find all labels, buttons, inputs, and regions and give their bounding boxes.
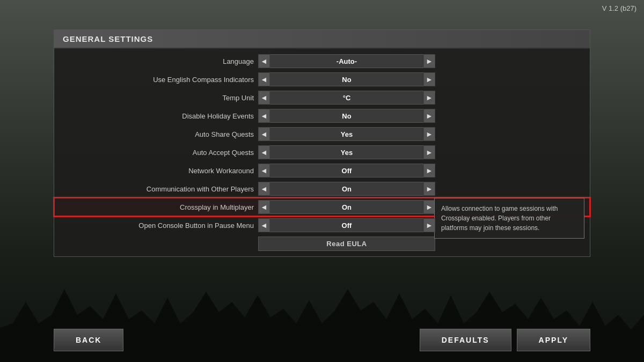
eula-row: Read EULA xyxy=(258,234,435,253)
setting-value-7: On xyxy=(270,182,423,196)
setting-value-3: No xyxy=(270,109,423,123)
setting-row-2: Temp Unit◄°C► xyxy=(54,88,590,107)
version-label: V 1.2 (b27) xyxy=(602,4,636,12)
right-arrow-0[interactable]: ► xyxy=(423,54,435,68)
setting-value-6: Off xyxy=(270,164,423,178)
right-arrow-2[interactable]: ► xyxy=(423,91,435,105)
setting-label-4: Auto Share Quests xyxy=(54,130,258,138)
setting-label-2: Temp Unit xyxy=(54,94,258,102)
setting-label-9: Open Console Button in Pause Menu xyxy=(54,221,258,230)
left-arrow-0[interactable]: ◄ xyxy=(258,54,270,68)
right-arrow-8[interactable]: ► xyxy=(423,200,435,214)
setting-label-7: Communication with Other Players xyxy=(54,185,258,193)
setting-label-3: Disable Holiday Events xyxy=(54,112,258,120)
setting-label-0: Language xyxy=(54,57,258,65)
left-arrow-2[interactable]: ◄ xyxy=(258,91,270,105)
setting-control-0: ◄-Auto-► xyxy=(258,54,435,68)
setting-row-6: Network Workaround◄Off► xyxy=(54,161,590,180)
left-arrow-6[interactable]: ◄ xyxy=(258,164,270,178)
setting-row-8: Crossplay in Multiplayer◄On►Allows conne… xyxy=(54,198,590,216)
setting-control-8: ◄On► xyxy=(258,200,435,214)
setting-label-1: Use English Compass Indicators xyxy=(54,76,258,84)
setting-label-6: Network Workaround xyxy=(54,167,258,175)
left-arrow-5[interactable]: ◄ xyxy=(258,145,270,159)
apply-button[interactable]: APPLY xyxy=(517,329,590,351)
setting-label-5: Auto Accept Quests xyxy=(54,149,258,157)
settings-rows: Language◄-Auto-►Use English Compass Indi… xyxy=(54,49,590,256)
setting-value-5: Yes xyxy=(270,145,423,159)
setting-control-7: ◄On► xyxy=(258,182,435,196)
left-arrow-4[interactable]: ◄ xyxy=(258,127,270,141)
setting-row-4: Auto Share Quests◄Yes► xyxy=(54,125,590,143)
panel-title: GENERAL SETTINGS xyxy=(54,30,590,49)
bottom-bar: BACK DEFAULTS APPLY xyxy=(54,329,590,351)
settings-panel: GENERAL SETTINGS Language◄-Auto-►Use Eng… xyxy=(54,29,590,257)
right-arrow-5[interactable]: ► xyxy=(423,145,435,159)
right-arrow-9[interactable]: ► xyxy=(423,218,435,232)
left-arrow-3[interactable]: ◄ xyxy=(258,109,270,123)
setting-value-9: Off xyxy=(270,218,423,232)
right-arrow-1[interactable]: ► xyxy=(423,72,435,86)
setting-control-4: ◄Yes► xyxy=(258,127,435,141)
setting-control-2: ◄°C► xyxy=(258,91,435,105)
right-arrow-6[interactable]: ► xyxy=(423,164,435,178)
setting-row-3: Disable Holiday Events◄No► xyxy=(54,107,590,125)
setting-control-5: ◄Yes► xyxy=(258,145,435,159)
setting-control-9: ◄Off► xyxy=(258,218,435,232)
right-arrow-4[interactable]: ► xyxy=(423,127,435,141)
read-eula-button[interactable]: Read EULA xyxy=(258,237,435,251)
setting-control-1: ◄No► xyxy=(258,72,435,86)
right-arrow-7[interactable]: ► xyxy=(423,182,435,196)
left-arrow-1[interactable]: ◄ xyxy=(258,72,270,86)
setting-row-7: Communication with Other Players◄On► xyxy=(54,180,590,198)
setting-row-5: Auto Accept Quests◄Yes► xyxy=(54,143,590,161)
setting-value-4: Yes xyxy=(270,127,423,141)
right-arrow-3[interactable]: ► xyxy=(423,109,435,123)
main-panel: GENERAL SETTINGS Language◄-Auto-►Use Eng… xyxy=(54,29,590,308)
setting-value-8: On xyxy=(270,200,423,214)
left-arrow-7[interactable]: ◄ xyxy=(258,182,270,196)
setting-control-3: ◄No► xyxy=(258,109,435,123)
setting-value-2: °C xyxy=(270,91,423,105)
setting-row-9: Open Console Button in Pause Menu◄Off► xyxy=(54,216,590,234)
setting-row-0: Language◄-Auto-► xyxy=(54,52,590,70)
back-button[interactable]: BACK xyxy=(54,329,123,351)
setting-row-1: Use English Compass Indicators◄No► xyxy=(54,70,590,88)
setting-control-6: ◄Off► xyxy=(258,164,435,178)
setting-label-8: Crossplay in Multiplayer xyxy=(54,203,258,211)
bottom-right-buttons: DEFAULTS APPLY xyxy=(420,329,590,351)
setting-value-0: -Auto- xyxy=(270,54,423,68)
left-arrow-8[interactable]: ◄ xyxy=(258,200,270,214)
setting-value-1: No xyxy=(270,72,423,86)
left-arrow-9[interactable]: ◄ xyxy=(258,218,270,232)
defaults-button[interactable]: DEFAULTS xyxy=(420,329,511,351)
